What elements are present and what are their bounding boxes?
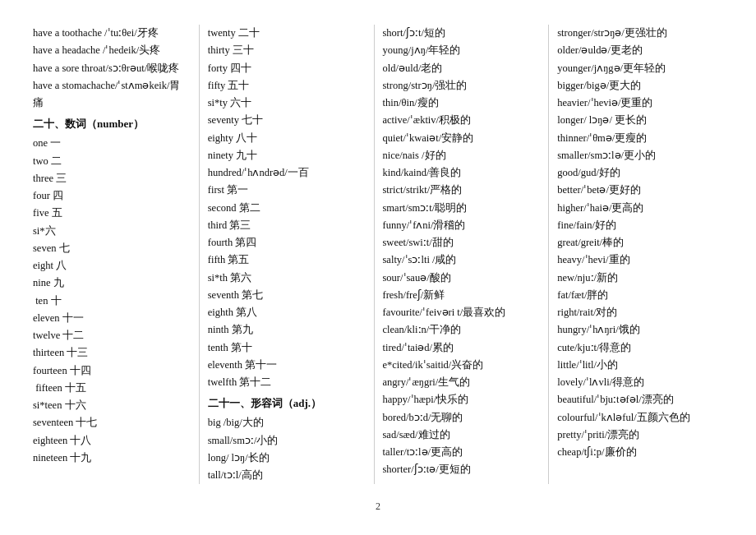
column-3: short/ʃɔːt/短的young/jʌŋ/年轻的old/əuld/老的str… — [383, 25, 550, 484]
text-line: kind/kaind/善良的 — [383, 164, 541, 182]
text-line: shorter/ʃɔːtə/更短的 — [383, 461, 541, 478]
text-line: fine/fain/好的 — [557, 217, 715, 234]
text-line: heavier/ˈheviə/更重的 — [557, 95, 715, 112]
text-line: higher/ˈhaiə/更高的 — [557, 200, 715, 217]
text-line: longer/ lɔŋə/ 更长的 — [557, 112, 715, 129]
text-line: ten 十 — [33, 293, 191, 310]
text-line: new/njuː/新的 — [557, 270, 715, 287]
text-line: beautiful/ˈbjuːtəfəl/漂亮的 — [557, 391, 715, 408]
text-line: twelfth 第十二 — [208, 374, 366, 391]
text-line: fifteen 十五 — [33, 380, 191, 397]
text-line: funny/ˈfʌni/滑稽的 — [383, 217, 541, 234]
text-line: fourth 第四 — [208, 234, 366, 251]
text-line: great/greit/棒的 — [557, 234, 715, 251]
text-line: first 第一 — [208, 182, 366, 199]
text-line: cheap/tʃiːp/廉价的 — [557, 444, 715, 461]
text-line: happy/ˈhæpi/快乐的 — [383, 391, 541, 408]
text-line: young/jʌŋ/年轻的 — [383, 42, 541, 59]
text-line: pretty/ˈpriti/漂亮的 — [557, 427, 715, 444]
text-line: tall/tɔːl/高的 — [208, 467, 366, 484]
text-line: cute/kjuːt/得意的 — [557, 339, 715, 357]
text-line: 二十、数词（number） — [33, 115, 191, 133]
text-line: thinner/ˈθmə/更瘦的 — [557, 130, 715, 147]
text-line: nine 九 — [33, 274, 191, 292]
text-line: seventh 第七 — [208, 287, 366, 304]
text-line: seventeen 十七 — [33, 414, 191, 431]
text-line: clean/kliːn/干净的 — [383, 321, 541, 339]
text-line: four 四 — [33, 187, 191, 205]
text-line: three 三 — [33, 170, 191, 187]
text-line: ninth 第九 — [208, 321, 366, 339]
text-line: nineteen 十九 — [33, 450, 191, 467]
text-line: one 一 — [33, 135, 191, 152]
text-line: eighth 第八 — [208, 304, 366, 321]
page-content: have a toothache /ˈtuːθei/牙疼have a heada… — [33, 25, 723, 484]
text-line: have a toothache /ˈtuːθei/牙疼 — [33, 25, 191, 42]
text-line: colourful/ˈkʌləful/五颜六色的 — [557, 409, 715, 427]
text-line: si*th 第六 — [208, 270, 366, 287]
text-line: twenty 二十 — [208, 25, 366, 42]
text-line: fat/fæt/胖的 — [557, 287, 715, 304]
text-line: si*teen 十六 — [33, 397, 191, 414]
text-line: eight 八 — [33, 257, 191, 274]
text-line: forty 四十 — [208, 60, 366, 77]
text-line: ninety 九十 — [208, 147, 366, 164]
text-line: sweet/swiːt/甜的 — [383, 234, 541, 251]
text-line: si*六 — [33, 223, 191, 240]
text-line: taller/tɔːlə/更高的 — [383, 444, 541, 461]
text-line: small/smɔː/小的 — [208, 432, 366, 450]
text-line: 二十一、形容词（adj.） — [208, 394, 366, 413]
text-line: tired/ˈtaiəd/累的 — [383, 339, 541, 357]
text-line: thin/θin/瘦的 — [383, 95, 541, 112]
text-line: right/rait/对的 — [557, 304, 715, 321]
text-line: favourite/ˈfeivəri t/最喜欢的 — [383, 304, 541, 321]
text-line: nice/nais /好的 — [383, 147, 541, 164]
text-line: quiet/ˈkwaiət/安静的 — [383, 130, 541, 147]
text-line: smaller/smɔːlə/更小的 — [557, 147, 715, 164]
text-line: sad/sæd/难过的 — [383, 427, 541, 444]
text-line: good/gud/好的 — [557, 164, 715, 182]
text-line: lovely/ˈlʌvli/得意的 — [557, 374, 715, 391]
text-line: eleven 十一 — [33, 310, 191, 327]
text-line: fourteen 十四 — [33, 362, 191, 380]
text-line: sour/ˈsauə/酸的 — [383, 270, 541, 287]
text-line: salty/ˈsɔːlti /咸的 — [383, 251, 541, 269]
text-line: eleventh 第十一 — [208, 357, 366, 374]
text-line: bigger/bigə/更大的 — [557, 77, 715, 95]
text-line: second 第二 — [208, 200, 366, 217]
text-line: twelve 十二 — [33, 327, 191, 344]
text-line: bored/bɔːd/无聊的 — [383, 409, 541, 427]
page-number: 2 — [33, 500, 723, 513]
text-line: angry/ˈæŋgri/生气的 — [383, 374, 541, 391]
text-line: seven 七 — [33, 240, 191, 257]
text-line: thirty 三十 — [208, 42, 366, 59]
text-line: stronger/strɔŋə/更强壮的 — [557, 25, 715, 42]
text-line: tenth 第十 — [208, 339, 366, 357]
text-line: long/ lɔŋ/长的 — [208, 450, 366, 467]
column-2: twenty 二十thirty 三十forty 四十fifty 五十si*ty … — [208, 25, 375, 484]
text-line: short/ʃɔːt/短的 — [383, 25, 541, 42]
text-line: heavy/ˈhevi/重的 — [557, 251, 715, 269]
text-line: older/əuldə/更老的 — [557, 42, 715, 59]
column-4: stronger/strɔŋə/更强壮的older/əuldə/更老的young… — [557, 25, 723, 484]
text-line: third 第三 — [208, 217, 366, 234]
text-line: hundred/ˈhʌndrəd/一百 — [208, 164, 366, 182]
text-line: old/əuld/老的 — [383, 60, 541, 77]
text-line: five 五 — [33, 205, 191, 222]
text-line: strict/strikt/严格的 — [383, 182, 541, 199]
text-line: have a headache /ˈhedeik/头疼 — [33, 42, 191, 59]
text-line: younger/jʌŋgə/更年轻的 — [557, 60, 715, 77]
text-line: eighteen 十八 — [33, 432, 191, 450]
text-line: big /big/大的 — [208, 414, 366, 431]
text-line: seventy 七十 — [208, 112, 366, 129]
text-line: two 二 — [33, 153, 191, 170]
text-line: thirteen 十三 — [33, 344, 191, 362]
text-line: fifty 五十 — [208, 77, 366, 95]
column-1: have a toothache /ˈtuːθei/牙疼have a heada… — [33, 25, 200, 484]
text-line: si*ty 六十 — [208, 95, 366, 112]
text-line: fifth 第五 — [208, 251, 366, 269]
text-line: e*cited/ikˈsaitid/兴奋的 — [383, 357, 541, 374]
text-line: smart/smɔːt/聪明的 — [383, 200, 541, 217]
text-line: strong/strɔŋ/强壮的 — [383, 77, 541, 95]
text-line: have a stomachache/ˈstʌməkeik/胃痛 — [33, 77, 191, 113]
